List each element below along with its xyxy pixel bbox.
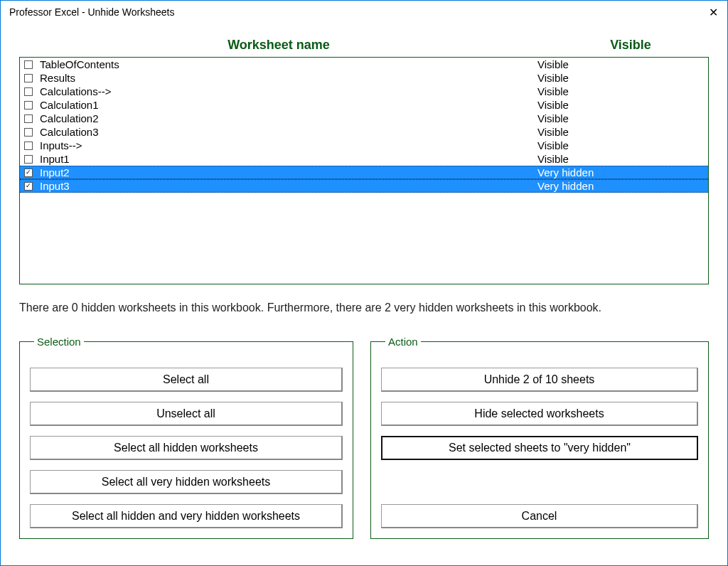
- list-item[interactable]: Inputs-->Visible: [20, 139, 708, 152]
- window-title: Professor Excel - Unhide Worksheets: [9, 6, 705, 18]
- set-very-hidden-button[interactable]: Set selected sheets to "very hidden": [381, 436, 698, 460]
- worksheet-visibility: Very hidden: [537, 179, 705, 193]
- column-header-name: Worksheet name: [19, 38, 538, 53]
- worksheet-visibility: Very hidden: [537, 166, 705, 179]
- list-item[interactable]: Calculation3Visible: [20, 125, 708, 139]
- list-item[interactable]: Calculation1Visible: [20, 98, 708, 112]
- action-group: Action Unhide 2 of 10 sheets Hide select…: [370, 336, 709, 539]
- worksheet-name: Calculation1: [40, 98, 537, 112]
- worksheet-name: Input2: [40, 166, 537, 179]
- checkbox-icon[interactable]: [24, 114, 33, 123]
- unselect-all-button[interactable]: Unselect all: [30, 402, 343, 426]
- button-groups: Selection Select all Unselect all Select…: [19, 336, 709, 539]
- list-item[interactable]: ResultsVisible: [20, 71, 708, 85]
- worksheet-name: Input1: [40, 152, 537, 166]
- list-item[interactable]: ✓Input3Very hidden: [20, 179, 708, 193]
- worksheet-name: Input3: [40, 179, 537, 193]
- list-item[interactable]: ✓Input2Very hidden: [20, 166, 708, 179]
- unhide-button[interactable]: Unhide 2 of 10 sheets: [381, 368, 698, 392]
- select-all-button[interactable]: Select all: [30, 368, 343, 392]
- checkbox-icon[interactable]: ✓: [24, 169, 33, 177]
- worksheet-visibility: Visible: [537, 139, 705, 152]
- checkbox-icon[interactable]: [24, 60, 33, 69]
- list-item[interactable]: Calculations-->Visible: [20, 85, 708, 98]
- checkbox-icon[interactable]: [24, 101, 33, 110]
- select-very-hidden-button[interactable]: Select all very hidden worksheets: [30, 470, 343, 494]
- action-legend: Action: [385, 336, 421, 348]
- selection-legend: Selection: [34, 336, 84, 348]
- worksheet-visibility: Visible: [537, 98, 705, 112]
- worksheet-list[interactable]: TableOfContentsVisibleResultsVisibleCalc…: [19, 57, 709, 284]
- worksheet-visibility: Visible: [537, 112, 705, 125]
- title-bar: Professor Excel - Unhide Worksheets ✕: [1, 1, 727, 23]
- worksheet-visibility: Visible: [537, 85, 705, 98]
- worksheet-name: TableOfContents: [40, 58, 537, 71]
- cancel-button[interactable]: Cancel: [381, 504, 698, 528]
- worksheet-name: Calculation3: [40, 125, 537, 139]
- list-item[interactable]: Calculation2Visible: [20, 112, 708, 125]
- select-hidden-button[interactable]: Select all hidden worksheets: [30, 436, 343, 460]
- worksheet-visibility: Visible: [537, 152, 705, 166]
- worksheet-visibility: Visible: [537, 125, 705, 139]
- column-headers: Worksheet name Visible: [19, 31, 709, 57]
- select-all-hidden-button[interactable]: Select all hidden and very hidden worksh…: [30, 504, 343, 528]
- worksheet-name: Results: [40, 71, 537, 85]
- checkbox-icon[interactable]: [24, 155, 33, 164]
- close-icon[interactable]: ✕: [705, 4, 722, 21]
- worksheet-name: Calculation2: [40, 112, 537, 125]
- column-header-visible: Visible: [538, 38, 709, 53]
- list-item[interactable]: Input1Visible: [20, 152, 708, 166]
- checkbox-icon[interactable]: [24, 142, 33, 150]
- worksheet-name: Calculations-->: [40, 85, 537, 98]
- selection-group: Selection Select all Unselect all Select…: [19, 336, 353, 539]
- checkbox-icon[interactable]: ✓: [24, 182, 33, 191]
- spacer: [381, 470, 698, 504]
- worksheet-name: Inputs-->: [40, 139, 537, 152]
- checkbox-icon[interactable]: [24, 128, 33, 137]
- hide-button[interactable]: Hide selected worksheets: [381, 402, 698, 426]
- status-text: There are 0 hidden worksheets in this wo…: [19, 301, 709, 314]
- list-item[interactable]: TableOfContentsVisible: [20, 58, 708, 71]
- worksheet-visibility: Visible: [537, 58, 705, 71]
- checkbox-icon[interactable]: [24, 74, 33, 82]
- dialog-content: Worksheet name Visible TableOfContentsVi…: [1, 23, 727, 552]
- worksheet-visibility: Visible: [537, 71, 705, 85]
- checkbox-icon[interactable]: [24, 87, 33, 96]
